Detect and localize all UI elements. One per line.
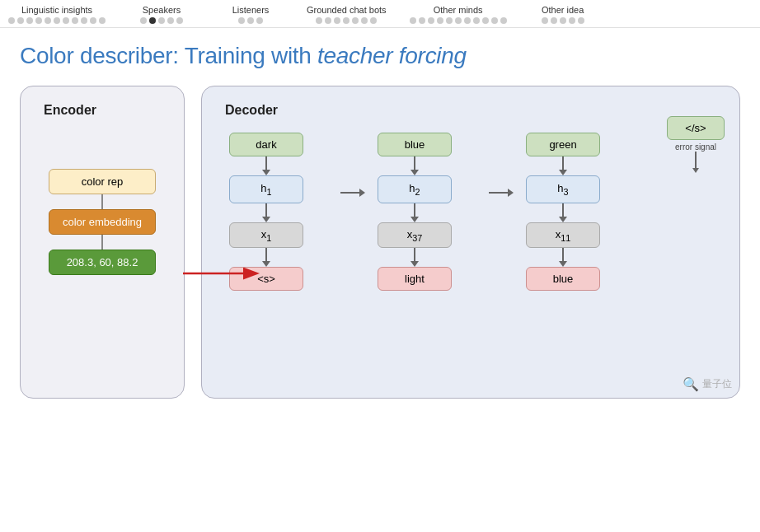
h-box-1: h1 [229,175,303,203]
title-text-part1: Color describer: Training with [20,43,317,68]
dot [455,17,462,24]
color-rep-node: color rep [49,169,156,194]
nav-label-otherminds: Other minds [434,5,483,15]
dot [167,17,174,24]
dot [99,17,106,24]
output-word-2: blue [378,133,452,156]
nav-section-otheridea: Other idea [530,5,596,24]
encoder-nodes: color rep color embedding 208.3, 60, 88.… [35,169,169,275]
dot [500,17,507,24]
dot [464,17,471,24]
arrow-v-2a [378,156,452,175]
nav-dots-otherminds [410,17,507,24]
dot [446,17,453,24]
decoder-col-2: blue h2 x37 [365,133,464,291]
decoder-label: Decoder [225,103,278,118]
dot [491,17,498,24]
arrow-v-3b [526,203,600,222]
dot [482,17,489,24]
dot [176,17,183,24]
nav-dots-listeners [238,17,263,24]
dot [45,17,51,24]
decoder-box: Decoder </s> error signal [201,86,740,399]
dot [316,17,322,24]
h-box-2: h2 [378,175,452,203]
input-word-1: <s> [229,267,303,291]
dot [26,17,33,24]
dot [410,17,416,24]
dot [63,17,69,24]
arrow-v-1a [229,156,303,175]
watermark-text: 量子位 [702,377,732,391]
h-box-3: h3 [526,175,600,203]
x-box-3: x11 [526,222,600,249]
input-word-2: light [378,267,452,291]
nav-section-speakers: Speakers [129,5,195,24]
dot [361,17,368,24]
error-arrow-line [695,152,697,168]
nav-bar: Linguistic insights Speakers Listeners [0,0,760,28]
dot [54,17,60,24]
connector-v-1 [101,194,103,209]
nav-label-speakers: Speakers [143,5,181,15]
dot [72,17,78,24]
encoder-label: Encoder [44,103,96,118]
h-connector-1-2 [340,189,365,197]
output-word-1: dark [229,133,303,156]
nav-section-listeners: Listeners [218,5,284,24]
error-signal-area: </s> error signal [667,116,725,173]
color-embedding-node: color embedding [49,209,156,235]
error-signal-label: error signal [675,142,716,152]
dot [419,17,425,24]
decoder-col-3: green h3 x11 [514,133,612,291]
end-token-box: </s> [667,116,725,140]
encoder-box: Encoder color rep color embedding 208.3,… [20,86,185,399]
dot [256,17,263,24]
connector-v-2 [101,235,103,250]
x-box-2: x37 [378,222,452,249]
watermark: 🔍 量子位 [683,376,732,392]
dot [569,17,575,24]
nav-dots-speakers [140,17,183,24]
input-word-3: blue [526,267,600,291]
nav-label-listeners: Listeners [232,5,270,15]
dot-active [149,17,156,24]
nav-label-otheridea: Other idea [542,5,584,15]
nav-section-chatbots: Grounded chat bots [307,5,387,24]
nav-label-chatbots: Grounded chat bots [307,5,387,15]
values-node: 208.3, 60, 88.2 [49,250,156,275]
dot [428,17,434,24]
dot [343,17,350,24]
dot [35,17,42,24]
decoder-col-1: dark h1 [217,133,316,291]
arrow-v-2b [378,203,452,222]
dot [8,17,15,24]
dot [140,17,147,24]
nav-label-linguistic: Linguistic insights [21,5,92,15]
arrow-v-1b [229,203,303,222]
page-title: Color describer: Training with teacher f… [20,43,740,69]
arrow-v-2c [378,248,452,267]
diagram-wrapper: Encoder color rep color embedding 208.3,… [20,86,740,399]
dot [473,17,480,24]
dot [578,17,584,24]
title-text-part2: teacher forcing [317,43,467,68]
dot [370,17,377,24]
nav-dots-linguistic [8,17,106,24]
h-connector-2-3 [489,189,514,197]
nav-section-linguistic: Linguistic insights [8,5,106,24]
x-box-1: x1 [229,222,303,249]
dot [334,17,340,24]
arrow-v-3a [526,156,600,175]
nav-dots-chatbots [316,17,377,24]
dot [247,17,254,24]
dot [17,17,24,24]
dot [551,17,557,24]
dot [90,17,96,24]
error-arrow-head [692,168,699,173]
arrow-v-3c [526,248,600,267]
dot [352,17,359,24]
dot [325,17,331,24]
dot [560,17,566,24]
main-content: Color describer: Training with teacher f… [0,28,760,407]
